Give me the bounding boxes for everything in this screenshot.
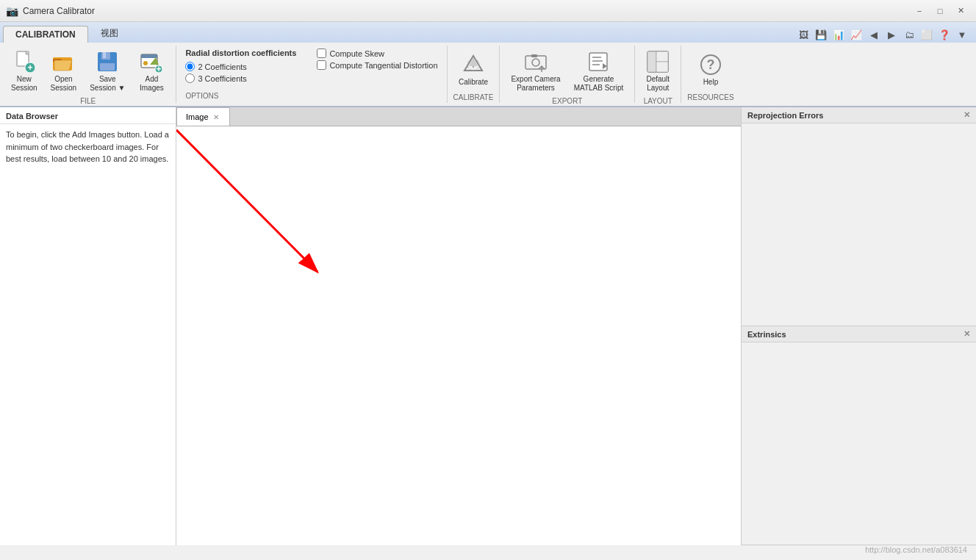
ribbon-tabs: CALIBRATION 视图 🖼 💾 📊 📈 ◀ ▶ 🗂 ⬜ ❓ ▼ xyxy=(0,22,976,43)
extrinsics-section: Extrinsics ✕ xyxy=(742,326,976,545)
default-layout-button[interactable]: Default Layout xyxy=(641,47,675,96)
distortion-checkboxes: Compute Skew Compute Tangential Distorti… xyxy=(311,49,437,90)
titlebar-left: 📷 Camera Calibrator xyxy=(6,5,95,17)
options-group-label: OPTIONS xyxy=(185,90,437,100)
radial-distortion-title: Radial distortion coefficients xyxy=(185,49,296,57)
radio-3-coeff-input[interactable] xyxy=(185,73,195,83)
generate-matlab-button[interactable]: Generate MATLAB Script xyxy=(569,47,629,96)
extrinsics-header: Extrinsics ✕ xyxy=(742,326,976,342)
compute-skew-option[interactable]: Compute Skew xyxy=(317,49,437,58)
save-session-button[interactable]: Save Session ▼ xyxy=(85,47,130,96)
center-panel: Image ✕ xyxy=(176,107,741,545)
minimize-button[interactable]: − xyxy=(910,3,929,19)
annotation-arrow xyxy=(176,126,741,545)
radio-2-coeff-input[interactable] xyxy=(185,62,195,71)
image-tab-label: Image xyxy=(186,112,209,121)
toolbar-icon-7[interactable]: 🗂 xyxy=(901,26,917,43)
svg-rect-32 xyxy=(656,62,668,72)
help-icon: ? xyxy=(699,53,722,76)
toolbar-icon-6[interactable]: ▶ xyxy=(883,26,900,43)
toolbar-icon-2[interactable]: 💾 xyxy=(813,26,829,43)
calibrate-group-content: Calibrate xyxy=(453,47,493,92)
radio-2-coefficients[interactable]: 2 Coefficients xyxy=(185,62,296,71)
svg-rect-24 xyxy=(589,53,607,71)
file-group-content: + New Session Open Session xyxy=(6,47,170,96)
data-browser-title: Data Browser xyxy=(0,107,176,124)
compute-skew-checkbox[interactable] xyxy=(317,49,326,58)
resources-group-label: RESOURCES xyxy=(687,92,733,101)
add-images-label: Add Images xyxy=(140,75,164,93)
reprojection-errors-header: Reprojection Errors ✕ xyxy=(742,107,976,123)
compute-tangential-label: Compute Tangential Distortion xyxy=(329,61,437,70)
generate-matlab-label: Generate MATLAB Script xyxy=(574,75,624,93)
app-icon: 📷 xyxy=(6,5,18,17)
layout-group-content: Default Layout xyxy=(641,47,675,96)
reprojection-errors-section: Reprojection Errors ✕ xyxy=(742,107,976,326)
close-button[interactable]: ✕ xyxy=(951,3,970,19)
open-session-icon xyxy=(51,50,75,73)
reprojection-errors-close[interactable]: ✕ xyxy=(964,110,970,120)
compute-tangential-option[interactable]: Compute Tangential Distortion xyxy=(317,60,437,70)
toolbar-icon-1[interactable]: 🖼 xyxy=(795,26,811,43)
reprojection-errors-title: Reprojection Errors xyxy=(747,111,823,120)
svg-rect-22 xyxy=(531,54,537,57)
toolbar-icon-4[interactable]: 📈 xyxy=(848,26,864,43)
ribbon-group-file: + New Session Open Session xyxy=(0,46,176,103)
radio-3-coefficients[interactable]: 3 Coefficients xyxy=(185,73,296,83)
toolbar-icon-5[interactable]: ◀ xyxy=(866,26,882,43)
calibrate-label: Calibrate xyxy=(459,78,488,87)
svg-text:+: + xyxy=(157,64,162,73)
new-session-button[interactable]: + New Session xyxy=(6,47,43,96)
tab-bar: Image ✕ xyxy=(176,107,741,126)
svg-rect-30 xyxy=(647,51,656,72)
export-camera-button[interactable]: Export Camera Parameters xyxy=(506,47,565,96)
svg-point-21 xyxy=(532,59,539,66)
compute-skew-label: Compute Skew xyxy=(329,49,384,58)
ribbon-group-layout: Default Layout LAYOUT xyxy=(635,46,681,103)
file-group-label: FILE xyxy=(80,96,96,105)
calibrate-button[interactable]: Calibrate xyxy=(453,50,493,90)
layout-group-label: LAYOUT xyxy=(644,96,672,105)
toolbar-icon-3[interactable]: 📊 xyxy=(830,26,847,43)
save-session-icon xyxy=(96,50,119,73)
extrinsics-close[interactable]: ✕ xyxy=(964,329,970,339)
add-images-icon: + xyxy=(140,50,163,73)
svg-text:+: + xyxy=(27,62,32,73)
image-tab-close[interactable]: ✕ xyxy=(212,113,220,121)
default-layout-icon xyxy=(646,50,670,73)
add-images-button[interactable]: + Add Images xyxy=(133,47,170,96)
calibrate-icon xyxy=(462,53,485,76)
svg-rect-11 xyxy=(141,54,157,58)
extrinsics-title: Extrinsics xyxy=(747,330,786,339)
open-session-label: Open Session xyxy=(51,75,77,93)
radial-distortion-options: 2 Coefficients 3 Coefficients xyxy=(185,62,296,83)
open-session-button[interactable]: Open Session xyxy=(46,47,82,96)
toolbar-icon-dropdown[interactable]: ▼ xyxy=(954,26,970,43)
new-session-label: New Session xyxy=(11,75,37,93)
toolbar-icon-9[interactable]: ❓ xyxy=(936,26,952,43)
svg-rect-31 xyxy=(656,51,668,62)
titlebar-controls: − □ ✕ xyxy=(910,3,970,19)
titlebar: 📷 Camera Calibrator − □ ✕ xyxy=(0,0,976,22)
image-tab[interactable]: Image ✕ xyxy=(176,107,230,126)
compute-tangential-checkbox[interactable] xyxy=(317,60,326,70)
maximize-button[interactable]: □ xyxy=(930,3,950,19)
save-session-label: Save Session ▼ xyxy=(90,75,125,93)
radio-2-coeff-label: 2 Coefficients xyxy=(198,62,246,71)
toolbar-icon-8[interactable]: ⬜ xyxy=(919,26,935,43)
help-button[interactable]: ? Help xyxy=(694,50,728,90)
svg-line-36 xyxy=(176,130,317,272)
tab-calibration[interactable]: CALIBRATION xyxy=(3,26,88,43)
tab-view[interactable]: 视图 xyxy=(88,24,131,43)
new-session-icon: + xyxy=(12,50,36,73)
svg-rect-8 xyxy=(103,52,106,58)
watermark: http://blog.csdn.net/a083614 xyxy=(865,545,967,554)
ribbon-group-resources: ? Help RESOURCES xyxy=(681,46,739,103)
export-group-content: Export Camera Parameters Generate MATLAB… xyxy=(506,47,628,96)
ribbon: + New Session Open Session xyxy=(0,43,976,107)
top-right-toolbar: 🖼 💾 📊 📈 ◀ ▶ 🗂 ⬜ ❓ ▼ xyxy=(792,26,973,43)
ribbon-group-options: Radial distortion coefficients 2 Coeffic… xyxy=(176,46,447,103)
default-layout-label: Default Layout xyxy=(646,75,670,93)
app-title: Camera Calibrator xyxy=(23,6,95,16)
export-camera-icon xyxy=(524,50,548,73)
